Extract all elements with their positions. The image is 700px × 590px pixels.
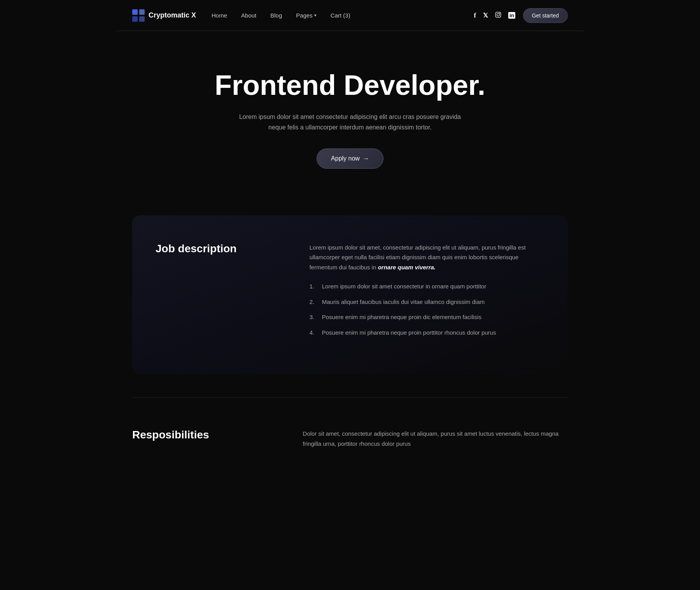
job-description-heading-col: Job description: [156, 243, 286, 255]
apply-now-label: Apply now: [331, 155, 360, 162]
section-divider: [132, 397, 568, 398]
facebook-icon[interactable]: f: [474, 12, 476, 19]
svg-point-6: [499, 13, 500, 14]
pages-label: Pages: [296, 12, 313, 19]
nav-item-cart[interactable]: Cart (3): [331, 12, 350, 19]
job-description-content: Lorem ipsum dolor sit amet, consectetur …: [310, 243, 544, 343]
social-icons: f 𝕏 in: [474, 12, 515, 19]
nav-item-pages[interactable]: Pages ▾: [296, 12, 317, 19]
svg-rect-3: [139, 16, 145, 22]
svg-rect-4: [496, 12, 501, 17]
nav-link-about[interactable]: About: [241, 12, 256, 19]
apply-now-button[interactable]: Apply now →: [317, 148, 383, 169]
svg-point-5: [497, 14, 500, 16]
nav-left: Cryptomatic X Home About Blog Pages ▾ Ca…: [132, 9, 350, 22]
job-description-section: Job description Lorem ipsum dolor sit am…: [156, 243, 544, 343]
list-item: Posuere enim mi pharetra neque proin dic…: [310, 312, 544, 322]
nav-link-blog[interactable]: Blog: [270, 12, 282, 19]
responsibilities-text: Dolor sit amet, consectetur adipiscing e…: [303, 429, 568, 449]
list-item: Lorem ipsum dolor sit amet consectetur i…: [310, 281, 544, 292]
brand-name: Cryptomatic X: [149, 11, 196, 19]
navbar: Cryptomatic X Home About Blog Pages ▾ Ca…: [117, 0, 583, 31]
nav-right: f 𝕏 in Get started: [474, 8, 568, 23]
instagram-icon[interactable]: [495, 12, 501, 19]
nav-item-blog[interactable]: Blog: [270, 12, 282, 19]
get-started-button[interactable]: Get started: [523, 8, 568, 23]
hero-section: Frontend Developer. Lorem ipsum dolor si…: [117, 31, 583, 215]
responsibilities-heading: Resposibilities: [132, 429, 280, 441]
logo[interactable]: Cryptomatic X: [132, 9, 196, 22]
hero-title: Frontend Developer.: [215, 70, 485, 101]
nav-links: Home About Blog Pages ▾ Cart (3): [212, 12, 350, 19]
arrow-icon: →: [363, 155, 369, 162]
job-description-heading: Job description: [156, 243, 286, 255]
job-description-intro: Lorem ipsum dolor sit amet, consectetur …: [310, 243, 544, 272]
twitter-icon[interactable]: 𝕏: [483, 12, 488, 19]
responsibilities-grid: Resposibilities Dolor sit amet, consecte…: [132, 429, 568, 449]
nav-item-about[interactable]: About: [241, 12, 256, 19]
svg-rect-2: [132, 16, 138, 22]
nav-link-cart[interactable]: Cart (3): [331, 12, 350, 19]
job-description-list: Lorem ipsum dolor sit amet consectetur i…: [310, 281, 544, 337]
svg-rect-0: [132, 9, 138, 15]
logo-icon: [132, 9, 145, 22]
linkedin-icon[interactable]: in: [508, 12, 515, 19]
pages-dropdown[interactable]: Pages ▾: [296, 12, 317, 19]
list-item: Posuere enim mi pharetra neque proin por…: [310, 328, 544, 338]
job-description-highlight: ornare quam viverra.: [378, 264, 436, 271]
nav-item-home[interactable]: Home: [212, 12, 227, 19]
responsibilities-content: Dolor sit amet, consectetur adipiscing e…: [303, 429, 568, 449]
chevron-down-icon: ▾: [314, 13, 317, 18]
hero-subtitle: Lorem ipsum dolor sit amet consectetur a…: [237, 112, 463, 133]
job-description-card: Job description Lorem ipsum dolor sit am…: [132, 215, 568, 374]
svg-rect-1: [139, 9, 145, 15]
responsibilities-section: Resposibilities Dolor sit amet, consecte…: [117, 421, 583, 480]
list-item: Mauris aliquet faucibus iaculis dui vita…: [310, 297, 544, 307]
responsibilities-heading-col: Resposibilities: [132, 429, 280, 441]
nav-link-home[interactable]: Home: [212, 12, 227, 19]
